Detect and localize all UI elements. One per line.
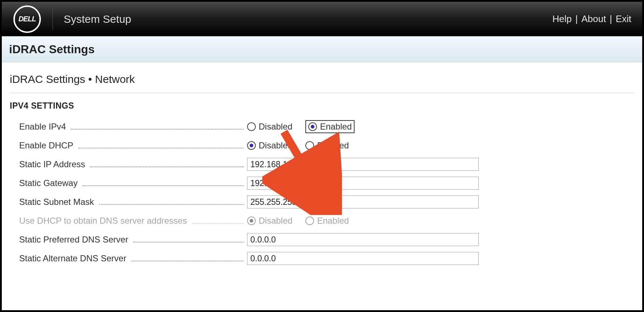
label-enable-dhcp: Enable DHCP [19, 140, 247, 151]
page-title: iDRAC Settings [9, 43, 94, 56]
dns-preferred-input[interactable] [247, 233, 479, 246]
label-enable-ipv4: Enable IPv4 [19, 122, 247, 132]
row-enable-ipv4: Enable IPv4 Disabled Enabled [10, 117, 634, 136]
content: iDRAC Settings • Network IPV4 SETTINGS E… [2, 62, 642, 275]
section-title: IPV4 SETTINGS [10, 101, 634, 111]
dns-alternate-input[interactable] [247, 252, 479, 265]
label-static-ip: Static IP Address [19, 159, 247, 169]
radio-icon [305, 141, 314, 150]
sep: | [606, 13, 616, 25]
dot-leader [71, 128, 243, 130]
radio-icon [308, 122, 317, 131]
divider [52, 8, 53, 30]
sep: | [572, 13, 581, 25]
static-gateway-input[interactable] [247, 177, 479, 190]
label-dns-alternate: Static Alternate DNS Server [19, 253, 247, 263]
enable-dhcp-disabled-radio[interactable]: Disabled [247, 140, 292, 151]
static-mask-input[interactable] [247, 195, 479, 208]
dot-leader [131, 260, 243, 261]
row-static-gateway: Static Gateway [10, 174, 634, 193]
label-dhcp-dns: Use DHCP to obtain DNS server addresses [19, 216, 247, 226]
about-link[interactable]: About [581, 13, 606, 25]
exit-link[interactable]: Exit [616, 13, 631, 25]
label-static-mask: Static Subnet Mask [19, 197, 247, 207]
static-ip-input[interactable] [247, 158, 479, 171]
page-header: iDRAC Settings [2, 36, 642, 62]
top-bar: DELL System Setup Help | About | Exit [2, 2, 642, 36]
dot-leader [90, 166, 243, 167]
row-dns-preferred: Static Preferred DNS Server [10, 230, 634, 249]
radio-icon [247, 122, 256, 131]
enable-ipv4-disabled-radio[interactable]: Disabled [247, 122, 292, 132]
dhcp-dns-enabled-radio: Enabled [305, 216, 349, 226]
enable-dhcp-enabled-radio[interactable]: Enabled [305, 140, 349, 151]
row-static-mask: Static Subnet Mask [10, 193, 634, 211]
row-static-ip: Static IP Address [10, 155, 634, 174]
enable-ipv4-enabled-radio[interactable]: Enabled [305, 120, 355, 133]
dhcp-dns-disabled-radio: Disabled [247, 216, 292, 226]
dot-leader [133, 241, 243, 243]
dot-leader [82, 185, 243, 186]
radio-icon [247, 141, 256, 150]
row-dhcp-dns: Use DHCP to obtain DNS server addresses … [10, 211, 634, 230]
dot-leader [192, 223, 243, 224]
radio-icon [247, 216, 256, 225]
dot-leader [99, 204, 243, 205]
radio-icon [305, 216, 314, 225]
row-enable-dhcp: Enable DHCP Disabled Enabled [10, 136, 634, 155]
row-dns-alternate: Static Alternate DNS Server [10, 249, 634, 268]
brand-text: DELL [18, 15, 36, 23]
app-title: System Setup [64, 13, 131, 25]
label-dns-preferred: Static Preferred DNS Server [19, 235, 247, 245]
dell-logo-icon: DELL [13, 5, 41, 33]
help-link[interactable]: Help [552, 13, 572, 25]
logo-wrap: DELL [2, 2, 52, 36]
dot-leader [78, 147, 243, 148]
breadcrumb: iDRAC Settings • Network [10, 69, 634, 93]
top-links: Help | About | Exit [552, 2, 631, 36]
label-static-gateway: Static Gateway [19, 178, 247, 188]
